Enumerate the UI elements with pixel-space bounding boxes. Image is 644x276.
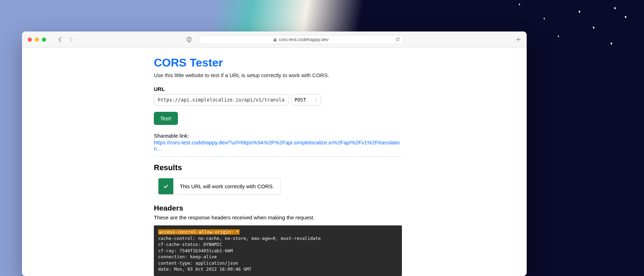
highlighted-header: access-control-allow-origin: * xyxy=(158,229,240,235)
url-label: URL xyxy=(154,86,402,92)
test-button[interactable]: Test! xyxy=(154,112,178,125)
result-message: This URL will work correctly with CORS. xyxy=(173,178,280,194)
svg-rect-0 xyxy=(274,39,276,41)
page-title: CORS Tester xyxy=(154,56,402,69)
back-button[interactable] xyxy=(57,37,62,42)
minimize-window-button[interactable] xyxy=(35,38,39,42)
share-label: Shareable link: xyxy=(154,133,402,139)
address-bar[interactable]: cors-test.codehappy.dev xyxy=(199,35,403,44)
headers-code-block: access-control-allow-origin: * cache-con… xyxy=(154,225,402,276)
input-row: POST xyxy=(154,94,402,105)
result-card: This URL will work correctly with CORS. xyxy=(158,178,281,195)
close-window-button[interactable] xyxy=(28,38,32,42)
browser-window: cors-test.codehappy.dev CORS Tester Use … xyxy=(22,31,527,276)
privacy-shield-icon[interactable] xyxy=(186,37,192,42)
window-controls xyxy=(28,38,46,42)
headers-heading: Headers xyxy=(154,204,402,212)
lock-icon xyxy=(273,38,277,42)
forward-button[interactable] xyxy=(69,37,74,42)
headers-subtitle: These are the response headers received … xyxy=(154,214,402,220)
headers-list: cache-control: no-cache, no-store, max-a… xyxy=(158,236,321,272)
browser-titlebar: cors-test.codehappy.dev xyxy=(22,31,527,48)
divider xyxy=(154,156,402,157)
method-select[interactable]: POST xyxy=(291,94,321,105)
maximize-window-button[interactable] xyxy=(42,38,46,42)
address-text: cors-test.codehappy.dev xyxy=(279,37,329,42)
results-heading: Results xyxy=(154,163,402,172)
page-content[interactable]: CORS Tester Use this little website to t… xyxy=(22,48,527,276)
desktop-decor xyxy=(467,0,644,71)
url-input[interactable] xyxy=(154,94,289,105)
reload-button[interactable] xyxy=(396,37,400,42)
page-subtitle: Use this little website to test if a URL… xyxy=(154,72,402,78)
check-icon xyxy=(158,178,173,194)
share-link[interactable]: https://cors-test.codehappy.dev/?url=htt… xyxy=(154,139,402,151)
